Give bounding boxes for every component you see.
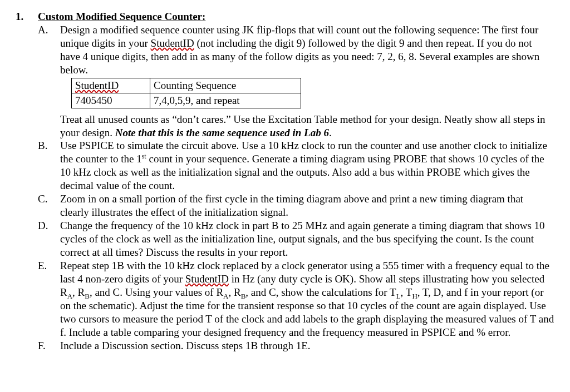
table-header-studentid-label: StudentID — [75, 80, 119, 91]
item-A-wavy-1: StudentID — [151, 37, 194, 49]
item-D-text: Change the frequency of the 10 kHz clock… — [60, 219, 554, 259]
table-cell-studentid: 7405450 — [72, 93, 150, 108]
item-C-text: Zoom in on a small portion of the first … — [60, 192, 554, 219]
table-header-sequence: Counting Sequence — [150, 78, 301, 93]
problem-number: 1. — [16, 10, 38, 352]
item-E-text: Repeat step 1B with the 10 kHz clock rep… — [60, 259, 554, 339]
item-B-letter: B. — [38, 139, 60, 192]
item-A: A. Design a modified sequence counter us… — [38, 23, 554, 140]
item-F-text: Include a Discussion section. Discuss st… — [60, 339, 554, 353]
item-B-sup: st — [142, 152, 146, 160]
item-A-text: Design a modified sequence counter using… — [60, 23, 554, 140]
item-C: C. Zoom in on a small portion of the fir… — [38, 192, 554, 219]
item-E-c2: , and C. Using your values of R — [90, 286, 223, 298]
table-row: StudentID Counting Sequence — [72, 78, 301, 93]
item-E-c3: , R — [228, 286, 240, 298]
item-E-c5: , T — [401, 286, 412, 298]
problem-body: Custom Modified Sequence Counter: A. Des… — [38, 10, 554, 352]
sub-B2: B — [241, 292, 246, 300]
item-D: D. Change the frequency of the 10 kHz cl… — [38, 219, 554, 259]
item-E: E. Repeat step 1B with the 10 kHz clock … — [38, 259, 554, 339]
sub-H: H — [412, 292, 417, 300]
item-A-note: Note that this is the same sequence used… — [115, 127, 329, 138]
item-B: B. Use PSPICE to simulate the circuit ab… — [38, 139, 554, 192]
item-C-letter: C. — [38, 192, 60, 219]
item-E-c1: , R — [72, 286, 85, 298]
sub-A1: A — [67, 292, 72, 300]
problem-title: Custom Modified Sequence Counter: — [38, 11, 205, 22]
item-A-period: . — [329, 127, 332, 138]
sub-B1: B — [85, 292, 90, 300]
table-header-studentid: StudentID — [72, 78, 150, 93]
item-E-letter: E. — [38, 259, 60, 339]
item-E-c4: , and C, show the calculations for T — [245, 286, 396, 298]
item-E-wavy-1: StudentID — [185, 273, 229, 285]
item-F: F. Include a Discussion section. Discuss… — [38, 339, 554, 353]
item-D-letter: D. — [38, 219, 60, 259]
page: 1. Custom Modified Sequence Counter: A. … — [0, 0, 570, 392]
sub-L: L — [396, 292, 401, 300]
table-cell-sequence: 7,4,0,5,9, and repeat — [150, 93, 301, 108]
problem-header-row: 1. Custom Modified Sequence Counter: A. … — [16, 10, 554, 352]
sequence-table: StudentID Counting Sequence 7405450 7,4,… — [71, 78, 301, 108]
table-row: 7405450 7,4,0,5,9, and repeat — [72, 93, 301, 108]
item-A-letter: A. — [38, 23, 60, 140]
item-F-letter: F. — [38, 339, 60, 353]
item-B-text: Use PSPICE to simulate the circuit above… — [60, 139, 554, 192]
